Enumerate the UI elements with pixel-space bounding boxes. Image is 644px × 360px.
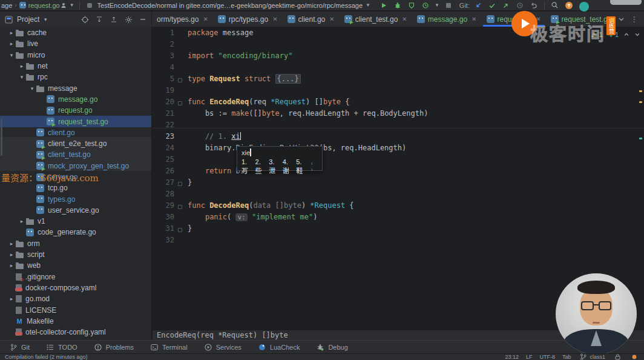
gutter-line-1[interactable]: 1: [153, 28, 184, 40]
tree-item-v1[interactable]: ▸v1: [0, 216, 151, 227]
chevron-down-icon[interactable]: ▼: [43, 17, 48, 22]
tree-collapsed-arrow-icon[interactable]: ▸: [7, 296, 16, 302]
tree-item-LICENSE[interactable]: LICENSE: [0, 304, 151, 315]
tab-close-icon[interactable]: ✕: [402, 16, 407, 22]
status-widget-lock[interactable]: [613, 352, 622, 360]
code-line-32[interactable]: [188, 236, 636, 247]
status-widget-class1[interactable]: class1: [578, 352, 605, 360]
tree-item-docker-compose.yaml[interactable]: docker-compose.yaml: [0, 282, 151, 293]
tree-item-request_test.go[interactable]: request_test.go: [0, 116, 151, 127]
status-widget-UTF-8[interactable]: UTF-8: [539, 354, 555, 360]
toolwindow-button-luacheck[interactable]: LuaCheck: [257, 342, 300, 352]
tree-item-live[interactable]: ▸live: [0, 38, 151, 49]
code-line-22[interactable]: [188, 121, 636, 132]
code-line-21[interactable]: bs := make([]byte, req.HeadLength + req.…: [188, 109, 636, 121]
expand-all-icon[interactable]: [94, 15, 104, 24]
tree-collapsed-arrow-icon[interactable]: ▸: [7, 41, 16, 47]
code-line-1[interactable]: package message: [188, 28, 636, 40]
gutter-line-30[interactable]: 30: [153, 213, 184, 224]
scrollbar-warning-mark[interactable]: [639, 101, 642, 103]
tree-expanded-arrow-icon[interactable]: ▾: [18, 74, 26, 80]
tree-item-script[interactable]: ▸script: [0, 249, 151, 260]
tree-item-web[interactable]: ▸web: [0, 260, 151, 271]
toolwindow-button-git[interactable]: Git: [8, 342, 30, 352]
ime-candidate-1[interactable]: 1.写: [242, 158, 251, 175]
code-line-23[interactable]: // 1. xi: [188, 132, 636, 144]
tree-item-user_service.go[interactable]: user_service.go: [0, 205, 151, 216]
tree-item-tcp.go[interactable]: tcp.go: [0, 182, 151, 193]
tree-expanded-arrow-icon[interactable]: ▾: [7, 52, 16, 58]
ime-candidate-5[interactable]: 5.鞋: [296, 158, 306, 175]
tab-list-chevron-icon[interactable]: [618, 14, 625, 25]
tree-item-client.go[interactable]: client.go: [0, 127, 151, 138]
run-with-coverage-button[interactable]: [407, 1, 416, 10]
tree-item-net[interactable]: ▸net: [0, 61, 151, 72]
breadcrumb-file[interactable]: request.go: [28, 2, 60, 9]
tab-close-icon[interactable]: ✕: [272, 16, 277, 22]
tree-collapsed-arrow-icon[interactable]: ▸: [7, 252, 16, 258]
run-button[interactable]: [379, 1, 389, 10]
tree-item-.gitignore[interactable]: .gitignore: [0, 272, 151, 282]
hide-panel-icon[interactable]: [138, 15, 148, 24]
avatar-icon[interactable]: [578, 1, 584, 10]
tree-collapsed-arrow-icon[interactable]: ▸: [7, 241, 16, 247]
project-tool-window-icon[interactable]: [4, 15, 13, 24]
editor-code[interactable]: package messageimport "encoding/binary"t…: [188, 28, 636, 247]
gutter-line-21[interactable]: 21: [153, 109, 184, 121]
fold-marker-icon[interactable]: [178, 182, 182, 186]
status-widget-dot[interactable]: [629, 352, 639, 360]
tree-item-otel-collector-config.yaml[interactable]: otel-collector-config.yaml: [0, 327, 151, 338]
fold-marker-icon[interactable]: [178, 101, 182, 105]
code-line-30[interactable]: panic( v: "implement me"): [188, 213, 636, 224]
scope-breadcrumb[interactable]: EncodeReq(req *Request) []byte: [157, 331, 288, 339]
code-line-19[interactable]: [188, 86, 636, 98]
tab-close-icon[interactable]: ✕: [472, 16, 476, 22]
tab-client_test.go[interactable]: client_test.go✕: [340, 12, 412, 27]
run-config-name[interactable]: TestEncodeDecode/normal in gitee.com/ge……: [97, 2, 363, 9]
toolwindow-button-debug[interactable]: Debug: [315, 342, 347, 352]
gutter-line-25[interactable]: 25: [153, 155, 184, 167]
fold-marker-icon[interactable]: [178, 205, 182, 209]
settings-gear-icon[interactable]: [123, 15, 133, 24]
tab-client.go[interactable]: client.go✕: [283, 12, 340, 27]
toolwindow-button-problems[interactable]: Problems: [93, 342, 134, 352]
gutter-line-5[interactable]: 5: [153, 75, 184, 86]
gutter-line-24[interactable]: 24: [153, 144, 184, 155]
gutter-line-4[interactable]: 4: [153, 63, 184, 75]
git-commit-button[interactable]: [487, 1, 497, 10]
tree-item-go.mod[interactable]: ▸go.mod: [0, 293, 151, 304]
chevron-down-icon[interactable]: ▼: [435, 2, 439, 8]
tab-close-icon[interactable]: ✕: [329, 16, 334, 22]
ime-candidate-4[interactable]: 4.谢: [283, 158, 292, 175]
gutter-line-2[interactable]: 2: [153, 40, 184, 52]
tree-item-Makefile[interactable]: MMakefile: [0, 316, 151, 327]
collapse-all-icon[interactable]: [109, 15, 119, 24]
code-line-3[interactable]: import "encoding/binary": [188, 52, 636, 63]
tree-item-message[interactable]: ▾message: [0, 82, 151, 93]
tree-item-client_test.go[interactable]: client_test.go: [0, 149, 151, 160]
ime-candidate-2[interactable]: 2.些: [255, 158, 265, 175]
chevron-down-icon[interactable]: ▼: [70, 2, 74, 8]
code-line-31[interactable]: }: [188, 224, 636, 236]
gutter-line-32[interactable]: 32: [153, 236, 184, 247]
prev-problem-chevron-icon[interactable]: [623, 32, 629, 39]
code-line-28[interactable]: [188, 190, 636, 201]
inspections-widget[interactable]: ⚠ 1 ∿ 1: [591, 31, 640, 39]
tree-item-micro[interactable]: ▾micro: [0, 50, 151, 61]
gutter-line-22[interactable]: 22: [153, 121, 184, 132]
ide-update-notification-icon[interactable]: [564, 1, 574, 10]
tree-item-mock_proxy_gen_test.go[interactable]: mock_proxy_gen_test.go: [0, 161, 151, 172]
gutter-line-31[interactable]: 31: [153, 224, 184, 236]
run-configuration-selector[interactable]: TestEncodeDecode/normal in gitee.com/ge……: [85, 1, 370, 10]
tab-orm/types.go[interactable]: orm/types.go✕: [152, 12, 213, 27]
tree-item-cache[interactable]: ▸cache: [0, 27, 151, 38]
breadcrumb-parent[interactable]: age: [1, 2, 12, 9]
git-history-button[interactable]: [515, 1, 525, 10]
fold-marker-icon[interactable]: [178, 78, 182, 82]
tree-item-code_generate.go[interactable]: code_generate.go: [0, 227, 151, 238]
code-line-4[interactable]: [188, 63, 636, 75]
tree-collapsed-arrow-icon[interactable]: ▸: [18, 63, 26, 69]
code-line-5[interactable]: type Request struct {...}: [188, 75, 636, 86]
ime-candidate-popup[interactable]: xie 1.写2.些3.泄4.谢5.鞋‹ ›: [237, 146, 323, 171]
toolwindow-button-todo[interactable]: TODO: [45, 342, 77, 352]
